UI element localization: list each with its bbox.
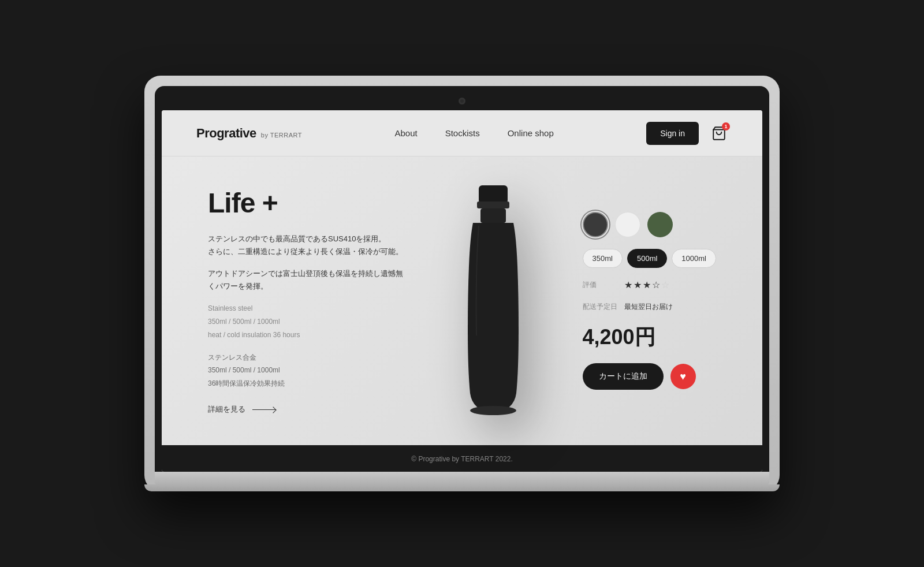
wishlist-button[interactable]: ♥ — [670, 364, 696, 389]
size-1000ml[interactable]: 1000ml — [672, 249, 716, 268]
stars: ★ ★ ★ ☆ ☆ — [624, 279, 669, 290]
star-3: ★ — [643, 279, 651, 290]
color-white-swatch[interactable] — [615, 212, 640, 237]
svg-rect-2 — [477, 202, 509, 208]
product-info: Life + ステンレスの中でも最高品質であるSUS410を採用。 さらに、二重… — [208, 187, 404, 415]
cart-badge: 1 — [722, 122, 730, 130]
logo-brand: Progrative — [196, 126, 256, 141]
details-link[interactable]: 詳細を見る — [208, 404, 404, 415]
camera — [459, 98, 465, 105]
site-main: Life + ステンレスの中でも最高品質であるSUS410を採用。 さらに、二重… — [162, 156, 762, 445]
delivery-label: 配送予定日 — [583, 302, 617, 312]
product-specs-en: Stainless steel 350ml / 500ml / 1000ml h… — [208, 302, 404, 341]
size-350ml[interactable]: 350ml — [583, 249, 623, 268]
product-title: Life + — [208, 187, 404, 219]
heart-icon: ♥ — [680, 371, 686, 383]
arrow-icon — [252, 409, 275, 410]
size-500ml[interactable]: 500ml — [627, 249, 667, 268]
product-desc-1: ステンレスの中でも最高品質であるSUS410を採用。 さらに、二重構造により従来… — [208, 233, 404, 258]
nav-online-shop[interactable]: Online shop — [508, 128, 554, 138]
delivery-row: 配送予定日 最短翌日お届け — [583, 302, 716, 312]
price: 4,200円 — [583, 323, 716, 352]
footer-text: © Progrative by TERRART 2022. — [411, 455, 513, 463]
color-green-swatch[interactable] — [647, 212, 673, 237]
svg-point-4 — [470, 406, 516, 415]
product-options: 350ml 500ml 1000ml 評価 ★ ★ ★ ☆ ☆ — [583, 212, 716, 390]
star-1: ★ — [624, 279, 632, 290]
laptop-foot — [144, 484, 780, 491]
product-image-area — [404, 180, 583, 422]
nav: About Stockists Online shop — [394, 128, 553, 138]
svg-rect-3 — [480, 208, 506, 223]
star-5: ☆ — [661, 279, 669, 290]
sign-in-button[interactable]: Sign in — [646, 122, 699, 145]
site-footer: © Progrative by TERRART 2022. — [162, 445, 762, 472]
product-image — [447, 180, 539, 422]
add-to-cart-button[interactable]: カートに追加 — [583, 363, 664, 390]
delivery-value: 最短翌日お届け — [624, 302, 673, 312]
color-options — [583, 212, 716, 237]
screen-bezel: Progrative by TERRART About Stockists On… — [155, 86, 769, 472]
nav-about[interactable]: About — [394, 128, 417, 138]
color-dark-swatch[interactable] — [583, 212, 608, 237]
rating-label: 評価 — [583, 280, 617, 290]
site-header: Progrative by TERRART About Stockists On… — [162, 110, 762, 156]
laptop-frame: Progrative by TERRART About Stockists On… — [144, 76, 780, 491]
product-desc-2: アウトドアシーンでは富士山登頂後も保温を持続し遺憾無くパワーを発揮。 — [208, 267, 404, 293]
screen: Progrative by TERRART About Stockists On… — [162, 110, 762, 472]
star-2: ★ — [634, 279, 642, 290]
product-specs-jp: ステンレス合金 350ml / 500ml / 1000ml 36時間保温保冷効… — [208, 351, 404, 390]
nav-actions: Sign in 1 — [646, 122, 728, 145]
laptop-base — [155, 472, 769, 484]
nav-stockists[interactable]: Stockists — [445, 128, 480, 138]
rating-row: 評価 ★ ★ ★ ☆ ☆ — [583, 279, 716, 290]
logo-sub: by TERRART — [261, 132, 302, 139]
add-to-cart-row: カートに追加 ♥ — [583, 363, 716, 390]
star-4: ☆ — [652, 279, 660, 290]
size-options: 350ml 500ml 1000ml — [583, 249, 716, 268]
cart-button[interactable]: 1 — [710, 125, 728, 142]
logo: Progrative by TERRART — [196, 126, 302, 141]
svg-rect-1 — [479, 185, 508, 204]
